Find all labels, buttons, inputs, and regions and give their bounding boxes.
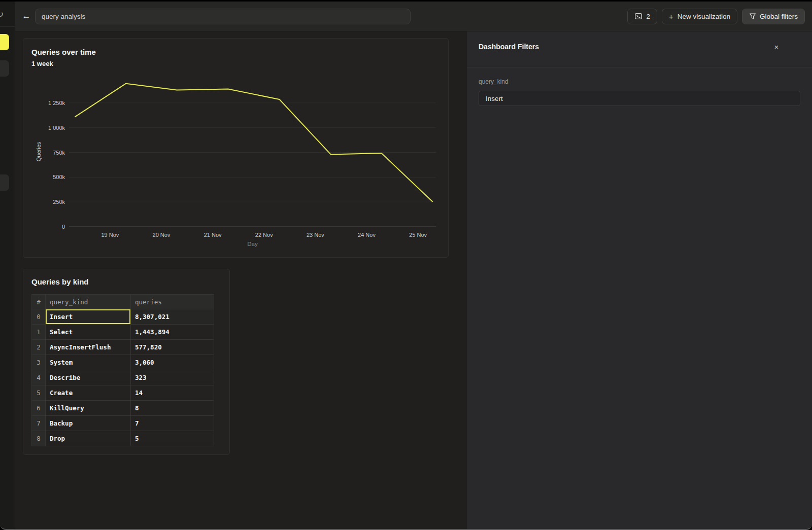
svg-text:250k: 250k	[53, 199, 65, 205]
table-row: 2AsyncInsertFlush577,820	[32, 340, 214, 355]
queries-by-kind-table: #query_kindqueries 0Insert8,307,0211Sele…	[31, 294, 214, 446]
row-index-cell[interactable]: 4	[32, 370, 46, 385]
dashboard-filters-panel: Dashboard Filters × query_kind	[467, 31, 812, 529]
table-row: 3System3,060	[32, 355, 214, 370]
column-header-query_kind[interactable]: query_kind	[46, 295, 131, 309]
filters-panel-header: Dashboard Filters ×	[467, 31, 812, 67]
row-index-cell[interactable]: 8	[32, 431, 46, 446]
global-filters-button[interactable]: Global filters	[742, 9, 805, 24]
funnel-icon	[749, 13, 756, 20]
topbar: ← 2 + New visualization	[15, 2, 812, 31]
filters-panel-title: Dashboard Filters	[479, 43, 539, 51]
row-index-cell[interactable]: 3	[32, 355, 46, 370]
table-row: 0Insert8,307,021	[32, 309, 214, 325]
chart-subtitle: 1 week	[31, 60, 440, 67]
svg-text:20 Nov: 20 Nov	[153, 232, 171, 238]
plus-icon: +	[669, 12, 673, 21]
table-cell[interactable]: System	[46, 355, 131, 370]
table-cell[interactable]: 577,820	[131, 340, 214, 355]
row-index-cell[interactable]: 7	[32, 416, 46, 431]
table-cell[interactable]: 1,443,894	[131, 325, 214, 340]
new-visualization-button[interactable]: + New visualization	[662, 9, 737, 24]
svg-text:21 Nov: 21 Nov	[204, 232, 222, 238]
table-cell[interactable]: Insert	[46, 309, 131, 325]
query-kind-filter-input[interactable]	[479, 91, 800, 106]
close-icon[interactable]: ×	[770, 41, 783, 53]
line-chart: 0250k500k750k1 000k1 250k19 Nov20 Nov21 …	[23, 77, 449, 258]
svg-text:22 Nov: 22 Nov	[255, 232, 273, 238]
svg-text:24 Nov: 24 Nov	[358, 232, 376, 238]
table-cell[interactable]: 5	[131, 431, 214, 446]
svg-text:23 Nov: 23 Nov	[307, 232, 324, 238]
global-filters-label: Global filters	[760, 13, 798, 20]
left-sidebar: ↻	[0, 2, 15, 529]
table-title: Queries by kind	[31, 277, 221, 286]
table-cell[interactable]: 8	[131, 401, 214, 416]
table-cell[interactable]: Select	[46, 325, 131, 340]
terminal-icon	[634, 12, 642, 20]
app-window: ↻ ← 2 + New visu	[0, 2, 812, 530]
table-cell[interactable]: KillQuery	[46, 401, 131, 416]
row-index-cell[interactable]: 2	[32, 340, 46, 355]
table-cell[interactable]: 8,307,021	[131, 309, 214, 325]
svg-text:19 Nov: 19 Nov	[101, 232, 119, 238]
row-index-cell[interactable]: 6	[32, 401, 46, 416]
svg-text:25 Nov: 25 Nov	[409, 232, 427, 238]
column-header-index[interactable]: #	[32, 295, 46, 309]
svg-text:500k: 500k	[53, 174, 65, 180]
table-cell[interactable]: Drop	[46, 431, 131, 446]
table-cell[interactable]: Describe	[46, 370, 131, 385]
console-count-button[interactable]: 2	[627, 9, 657, 24]
svg-text:0: 0	[62, 224, 65, 230]
table-row: 5Create14	[32, 385, 214, 401]
row-index-cell[interactable]: 0	[32, 309, 46, 325]
svg-text:750k: 750k	[53, 150, 65, 156]
sidebar-top-section: ↻	[0, 2, 15, 27]
column-header-queries[interactable]: queries	[131, 295, 214, 309]
svg-text:1 000k: 1 000k	[48, 125, 65, 131]
table-row: 8Drop5	[32, 431, 214, 446]
sidebar-item-chart-2[interactable]	[0, 60, 9, 77]
back-button[interactable]: ←	[19, 9, 33, 23]
table-cell[interactable]: 3,060	[131, 355, 214, 370]
table-cell[interactable]: AsyncInsertFlush	[46, 340, 131, 355]
filter-field-label: query_kind	[479, 78, 509, 85]
svg-text:1 250k: 1 250k	[48, 100, 65, 106]
table-row: 6KillQuery8	[32, 401, 214, 416]
svg-text:Queries: Queries	[36, 142, 42, 161]
dashboard-title-input[interactable]	[35, 9, 411, 24]
chart-title: Queries over time	[31, 48, 440, 56]
console-count: 2	[646, 13, 650, 20]
sidebar-item-chart-active[interactable]	[0, 34, 9, 50]
chart-card-queries-over-time[interactable]: Queries over time 1 week 0250k500k750k1 …	[23, 38, 449, 258]
table-cell[interactable]: Create	[46, 385, 131, 401]
svg-text:Day: Day	[247, 241, 258, 247]
row-index-cell[interactable]: 1	[32, 325, 46, 340]
table-cell[interactable]: Backup	[46, 416, 131, 431]
row-index-cell[interactable]: 5	[32, 385, 46, 401]
table-header: #query_kindqueries	[32, 295, 214, 309]
table-row: 4Describe323	[32, 370, 214, 385]
new-visualization-label: New visualization	[678, 13, 730, 20]
table-card-queries-by-kind[interactable]: Queries by kind #query_kindqueries 0Inse…	[23, 269, 230, 455]
table-cell[interactable]: 7	[131, 416, 214, 431]
table-row: 1Select1,443,894	[32, 325, 214, 340]
table-row: 7Backup7	[32, 416, 214, 431]
dashboard-canvas: Queries over time 1 week 0250k500k750k1 …	[15, 31, 467, 529]
table-cell[interactable]: 14	[131, 385, 214, 401]
table-cell[interactable]: 323	[131, 370, 214, 385]
sidebar-item-chart-3[interactable]	[0, 174, 9, 191]
history-icon[interactable]: ↻	[0, 10, 4, 19]
